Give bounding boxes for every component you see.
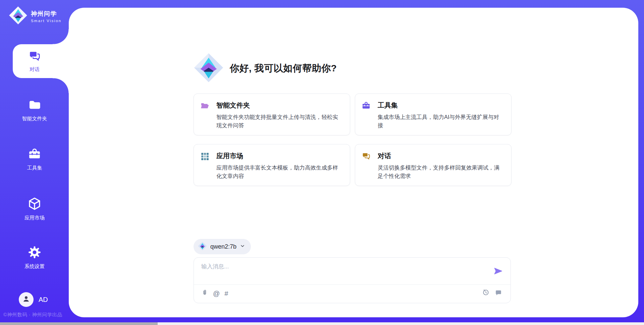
card-app-market[interactable]: 应用市场 应用市场提供丰富长文本模板，助力高效生成多样化文章内容 <box>194 144 350 186</box>
briefcase-icon <box>362 101 371 112</box>
sidebar-item-folders[interactable]: 智能文件夹 <box>0 98 69 122</box>
footer-credit: ©神州数码 · 神州问学出品 <box>3 312 62 318</box>
paperclip-icon <box>201 289 208 298</box>
user-name: AD <box>39 296 48 304</box>
horizontal-scrollbar <box>0 322 644 325</box>
message-input[interactable] <box>201 263 473 281</box>
greeting-title: 你好, 我可以如何帮助你? <box>230 62 337 75</box>
feature-cards: 智能文件夹 智能文件夹功能支持批量文件上传与清洗，轻松实现文件问答 工具集 <box>194 93 512 186</box>
avatar <box>19 292 34 307</box>
brand: 神州问学 Smart Vision <box>9 6 61 26</box>
person-icon <box>22 295 31 305</box>
main-panel: 你好, 我可以如何帮助你? 智能文件夹 智能文件夹功能支持批量文件上传与清洗，轻… <box>69 8 638 317</box>
sidebar-item-label: 智能文件夹 <box>22 116 47 122</box>
send-button[interactable] <box>493 266 503 277</box>
folder-icon <box>28 98 41 113</box>
gear-icon <box>28 245 42 261</box>
send-icon <box>493 272 503 277</box>
model-diamond-icon <box>198 242 207 252</box>
card-title: 智能文件夹 <box>216 101 342 110</box>
history-button[interactable] <box>482 289 490 298</box>
tab-fillet-top <box>53 29 69 44</box>
card-title: 对话 <box>378 151 503 160</box>
sidebar-item-label: 应用市场 <box>24 215 45 221</box>
card-toolset[interactable]: 工具集 集成市场上主流工具，助力AI与外界无缝扩展与对接 <box>355 93 512 135</box>
greeting-diamond-icon <box>194 53 224 84</box>
user-account[interactable]: AD <box>19 292 48 307</box>
sidebar-item-market[interactable]: 应用市场 <box>0 197 69 221</box>
cube-icon <box>28 197 42 212</box>
card-title: 工具集 <box>378 101 503 110</box>
card-description: 应用市场提供丰富长文本模板，助力高效生成多样化文章内容 <box>216 164 342 180</box>
mention-button[interactable]: @ <box>213 290 220 298</box>
sidebar-item-label: 工具集 <box>27 165 42 171</box>
tab-fillet-bottom <box>53 78 69 93</box>
card-description: 智能文件夹功能支持批量文件上传与清洗，轻松实现文件问答 <box>216 113 342 130</box>
comment-icon <box>495 289 502 298</box>
at-icon: @ <box>213 290 220 298</box>
model-name: qwen2:7b <box>210 243 236 250</box>
sidebar-item-label: 对话 <box>30 66 40 73</box>
brand-subtitle: Smart Vision <box>31 19 61 23</box>
sidebar-item-chat[interactable]: 对话 <box>13 44 69 78</box>
grid-icon <box>200 152 209 162</box>
scrollbar-thumb[interactable] <box>0 322 158 325</box>
card-description: 灵活切换多模型文件，支持多样回复效果调试，满足个性化需求 <box>378 164 503 180</box>
chevron-down-icon <box>240 243 245 250</box>
app-window: 神州问学 Smart Vision 对话 智能文件夹 <box>0 0 644 325</box>
briefcase-icon <box>28 147 41 162</box>
composer: @ # <box>194 257 511 303</box>
card-chat[interactable]: 对话 灵活切换多模型文件，支持多样回复效果调试，满足个性化需求 <box>355 144 512 186</box>
attach-button[interactable] <box>201 289 208 298</box>
comment-button[interactable] <box>495 289 502 298</box>
card-smart-folders[interactable]: 智能文件夹 智能文件夹功能支持批量文件上传与清洗，轻松实现文件问答 <box>194 93 350 135</box>
card-description: 集成市场上主流工具，助力AI与外界无缝扩展与对接 <box>378 113 503 130</box>
brand-title: 神州问学 <box>31 10 61 18</box>
card-title: 应用市场 <box>216 151 342 160</box>
greeting: 你好, 我可以如何帮助你? <box>194 53 337 84</box>
chat-bubbles-icon <box>362 152 371 162</box>
composer-divider <box>194 284 511 285</box>
hash-icon: # <box>224 290 228 298</box>
brand-diamond-icon <box>9 6 28 26</box>
sidebar-item-tools[interactable]: 工具集 <box>0 147 69 171</box>
model-selector[interactable]: qwen2:7b <box>194 239 251 254</box>
chat-bubbles-icon <box>28 44 41 64</box>
folder-open-icon <box>200 101 209 112</box>
sidebar-item-label: 系统设置 <box>24 263 45 270</box>
sidebar-item-settings[interactable]: 系统设置 <box>0 245 69 270</box>
hashtag-button[interactable]: # <box>224 290 228 298</box>
history-icon <box>482 289 490 298</box>
